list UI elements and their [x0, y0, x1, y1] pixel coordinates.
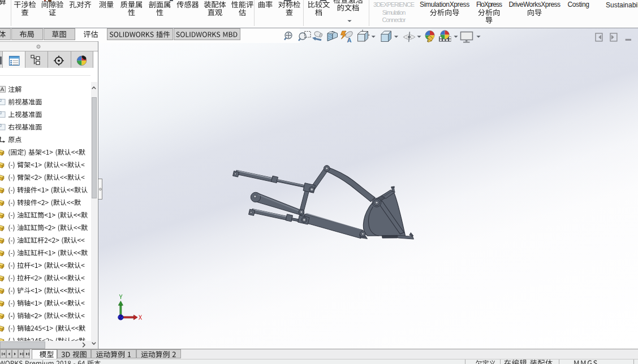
svg-text:A: A [347, 37, 352, 44]
